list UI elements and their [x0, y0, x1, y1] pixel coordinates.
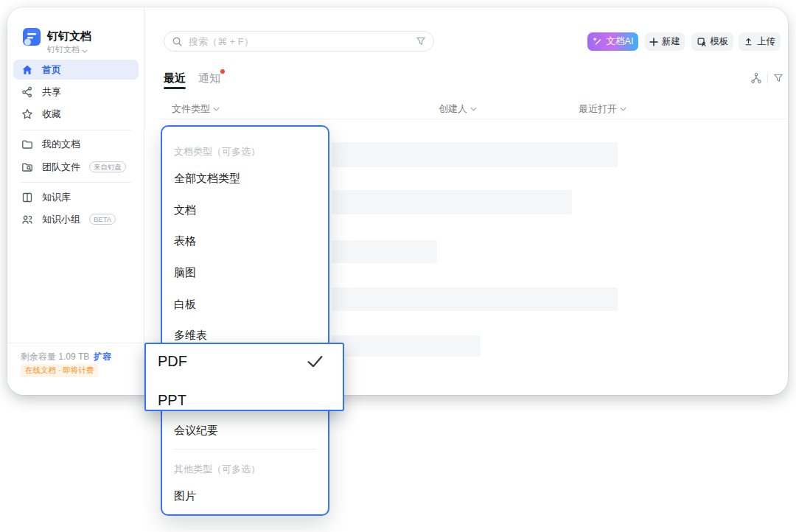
column-creator[interactable]: 创建人: [439, 102, 477, 116]
sidebar-item-label: 共享: [42, 85, 61, 99]
sidebar-divider: [21, 182, 131, 183]
chevron-down-icon: [620, 107, 626, 111]
filter-icon[interactable]: [416, 36, 426, 46]
sidebar-item-label: 收藏: [42, 108, 61, 121]
dropdown-group-label: 文档类型（可多选）: [174, 145, 260, 158]
sidebar-item-knowledge-group[interactable]: 知识小组 BETA: [13, 209, 139, 229]
notification-dot: [220, 69, 225, 74]
column-file-type[interactable]: 文件类型: [172, 102, 220, 116]
column-label: 创建人: [439, 102, 467, 116]
screenshot-root: 钉钉文档 钉钉文档 首页 共享: [0, 0, 796, 532]
sidebar-item-label: 首页: [42, 63, 61, 77]
skeleton-row: [332, 142, 618, 167]
team-folder-icon: [21, 161, 33, 173]
folder-icon: [21, 139, 33, 150]
sidebar-item-label: 知识库: [42, 191, 71, 204]
skeleton-row: [332, 240, 437, 263]
share-icon: [21, 86, 33, 98]
storage-remaining: 剩余容量 1.09 TB: [21, 351, 89, 362]
column-label: 最近打开: [579, 102, 617, 116]
list-tools: [750, 72, 783, 84]
dropdown-option-all[interactable]: 全部文档类型: [174, 172, 240, 186]
sidebar-item-home[interactable]: 首页: [13, 60, 139, 80]
plus-icon: [649, 38, 658, 46]
upload-icon: [744, 37, 753, 46]
template-button[interactable]: 模板: [691, 32, 733, 51]
sidebar-item-favorites[interactable]: 收藏: [13, 104, 139, 124]
new-label: 新建: [662, 35, 680, 48]
column-last-opened[interactable]: 最近打开: [579, 102, 626, 116]
app-title: 钉钉文档: [47, 29, 91, 43]
org-structure-icon[interactable]: [750, 72, 762, 84]
file-type-dropdown: 文档类型（可多选） 全部文档类型 文档 表格 脑图 白板 多维表 会议纪要 其他…: [161, 125, 329, 516]
dropdown-group-label: 其他类型（可多选）: [174, 463, 260, 476]
sidebar-item-shared[interactable]: 共享: [13, 82, 139, 102]
dropdown-option-minutes[interactable]: 会议纪要: [174, 424, 218, 438]
app-logo-icon: [22, 27, 41, 46]
doc-ai-label: 文档AI: [607, 35, 634, 48]
skeleton-row: [332, 190, 572, 214]
sidebar-item-my-docs[interactable]: 我的文档: [13, 134, 139, 154]
upload-button[interactable]: 上传: [739, 32, 781, 51]
sidebar-divider: [21, 130, 131, 130]
dropdown-option-multitable[interactable]: 多维表: [174, 329, 207, 343]
chevron-down-icon: [213, 107, 220, 111]
check-icon: [307, 354, 324, 368]
new-button[interactable]: 新建: [645, 32, 685, 51]
search-icon: [172, 36, 183, 47]
star-icon: [21, 108, 33, 120]
dropdown-option-pdf[interactable]: PDF: [158, 353, 187, 370]
search-box[interactable]: [164, 31, 434, 52]
search-input[interactable]: [187, 35, 411, 48]
sidebar-item-team-files[interactable]: 团队文件 来自钉盘: [13, 157, 139, 177]
tools-divider: [767, 73, 768, 83]
group-icon: [21, 214, 33, 225]
sidebar-footer-divider: [7, 343, 144, 343]
column-label: 文件类型: [172, 102, 210, 116]
beta-badge: BETA: [89, 214, 116, 225]
sidebar-item-label: 团队文件: [42, 161, 80, 174]
dropdown-option-doc[interactable]: 文档: [174, 203, 196, 217]
doc-ai-button[interactable]: 文档AI: [587, 32, 638, 51]
ai-wand-icon: [593, 37, 603, 47]
workspace-switcher[interactable]: 钉钉文档: [47, 44, 88, 55]
template-label: 模板: [711, 35, 729, 48]
sidebar-item-label: 我的文档: [42, 138, 80, 151]
pdf-ppt-callout: PDF PPT: [144, 343, 344, 411]
tab-recent[interactable]: 最近: [164, 71, 186, 85]
app-window: 钉钉文档 钉钉文档 首页 共享: [7, 7, 788, 395]
sidebar-item-knowledge-base[interactable]: 知识库: [13, 187, 139, 207]
chevron-down-icon: [470, 107, 477, 111]
dropdown-option-mindmap[interactable]: 脑图: [174, 266, 196, 280]
upload-label: 上传: [757, 35, 775, 48]
expand-storage-link[interactable]: 扩容: [94, 351, 111, 362]
sidebar-item-label: 知识小组: [42, 213, 80, 226]
dropdown-option-sheet[interactable]: 表格: [174, 234, 196, 248]
book-icon: [21, 192, 33, 203]
template-icon: [696, 37, 707, 47]
storage-info: 剩余容量 1.09 TB扩容: [21, 351, 111, 363]
workspace-name: 钉钉文档: [47, 44, 80, 55]
billing-badge: 在线文档 · 即将计费: [21, 364, 98, 377]
home-icon: [21, 64, 33, 76]
table-header-divider: [161, 119, 788, 119]
dropdown-option-ppt[interactable]: PPT: [158, 392, 186, 409]
dropdown-divider: [174, 449, 316, 449]
from-dingpan-badge: 来自钉盘: [89, 161, 126, 172]
filter-icon[interactable]: [773, 73, 783, 83]
active-tab-underline: [164, 87, 186, 89]
dropdown-option-whiteboard[interactable]: 白板: [174, 298, 196, 312]
chevron-down-icon: [82, 46, 88, 55]
skeleton-row: [332, 287, 618, 311]
tab-notifications[interactable]: 通知: [198, 71, 220, 85]
skeleton-row: [332, 335, 481, 357]
sidebar: 钉钉文档 钉钉文档 首页 共享: [7, 7, 144, 395]
dropdown-option-image[interactable]: 图片: [174, 489, 196, 503]
